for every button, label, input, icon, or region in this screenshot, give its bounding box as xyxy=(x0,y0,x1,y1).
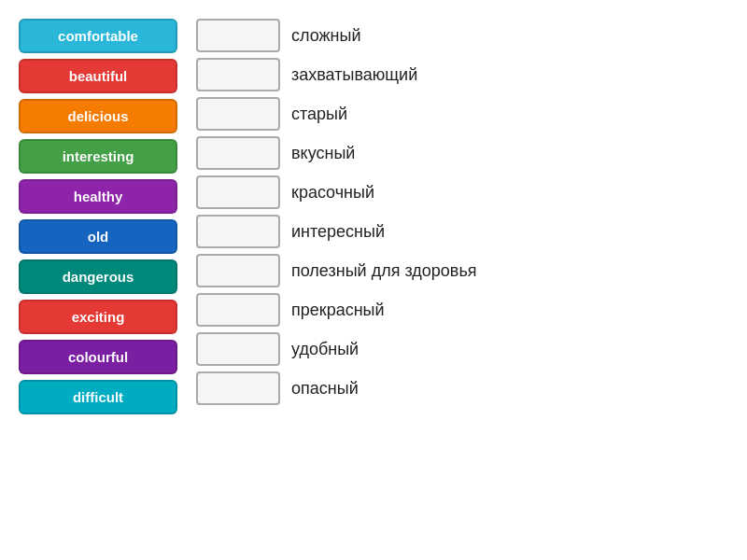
word-tag-beautiful[interactable]: beautiful xyxy=(19,59,177,93)
match-row-7: прекрасный xyxy=(196,293,728,327)
left-column: comfortablebeautifuldeliciousinteresting… xyxy=(19,19,177,414)
drop-box-4[interactable] xyxy=(196,175,280,209)
match-row-4: красочный xyxy=(196,175,728,209)
word-tag-difficult[interactable]: difficult xyxy=(19,380,177,414)
word-tag-healthy[interactable]: healthy xyxy=(19,179,177,214)
drop-box-3[interactable] xyxy=(196,136,280,170)
match-row-0: сложный xyxy=(196,19,728,52)
word-tag-delicious[interactable]: delicious xyxy=(19,99,177,133)
russian-word-5: интересный xyxy=(291,222,385,242)
word-tag-exciting[interactable]: exciting xyxy=(19,300,177,334)
russian-word-6: полезный для здоровья xyxy=(291,261,477,281)
word-tag-old[interactable]: old xyxy=(19,219,177,254)
drop-box-0[interactable] xyxy=(196,19,280,52)
drop-box-8[interactable] xyxy=(196,332,280,366)
match-row-2: старый xyxy=(196,97,728,131)
russian-word-0: сложный xyxy=(291,26,361,46)
drop-box-2[interactable] xyxy=(196,97,280,131)
match-row-6: полезный для здоровья xyxy=(196,254,728,287)
match-row-8: удобный xyxy=(196,332,728,366)
drop-box-1[interactable] xyxy=(196,58,280,91)
word-tag-dangerous[interactable]: dangerous xyxy=(19,259,177,294)
drop-box-7[interactable] xyxy=(196,293,280,327)
match-row-5: интересный xyxy=(196,215,728,248)
russian-word-3: вкусный xyxy=(291,144,355,163)
russian-word-7: прекрасный xyxy=(291,301,385,320)
main-container: comfortablebeautifuldeliciousinteresting… xyxy=(19,19,728,414)
drop-box-5[interactable] xyxy=(196,215,280,248)
word-tag-colourful[interactable]: colourful xyxy=(19,340,177,374)
word-tag-interesting[interactable]: interesting xyxy=(19,139,177,174)
match-row-1: захватывающий xyxy=(196,58,728,91)
russian-word-4: красочный xyxy=(291,183,374,203)
drop-box-6[interactable] xyxy=(196,254,280,287)
russian-word-9: опасный xyxy=(291,379,359,399)
russian-word-2: старый xyxy=(291,105,347,124)
match-row-3: вкусный xyxy=(196,136,728,170)
russian-word-8: удобный xyxy=(291,340,359,359)
word-tag-comfortable[interactable]: comfortable xyxy=(19,19,177,53)
russian-word-1: захватывающий xyxy=(291,65,417,85)
drop-box-9[interactable] xyxy=(196,371,280,405)
match-row-9: опасный xyxy=(196,371,728,405)
right-column: сложныйзахватывающийстарыйвкусныйкрасочн… xyxy=(196,19,728,414)
